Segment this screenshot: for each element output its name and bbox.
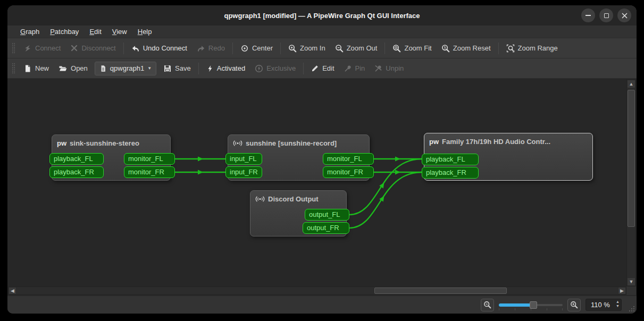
- scroll-up-button[interactable]: ▲: [627, 80, 635, 88]
- horizontal-scrollbar[interactable]: ◀ ▶: [8, 286, 626, 295]
- activated-button[interactable]: Activated: [202, 61, 250, 76]
- disconnect-icon: [70, 44, 78, 52]
- exclusive-button[interactable]: Exclusive: [250, 61, 300, 76]
- pin-button[interactable]: Pin: [339, 61, 370, 76]
- menu-help[interactable]: Help: [132, 27, 157, 37]
- graph-canvas[interactable]: pw sink-sunshine-stereo playback_FL play…: [7, 79, 637, 296]
- undo-connect-button[interactable]: Undo Connect: [127, 41, 192, 56]
- activated-label: Activated: [217, 64, 245, 72]
- zoom-slider-fill: [499, 303, 532, 307]
- disconnect-button[interactable]: Disconnect: [65, 41, 120, 56]
- connect-label: Connect: [35, 44, 61, 52]
- menu-view[interactable]: View: [107, 27, 132, 37]
- status-zoom-out-button[interactable]: [481, 299, 494, 311]
- zoom-reset-button[interactable]: Zoom Reset: [437, 41, 496, 56]
- redo-button[interactable]: Redo: [192, 41, 230, 56]
- unpin-button[interactable]: Unpin: [370, 61, 408, 76]
- port-input-fl[interactable]: input_FL: [225, 153, 262, 165]
- scroll-left-button[interactable]: ◀: [9, 287, 16, 294]
- center-icon: [240, 44, 249, 53]
- port-input-fr[interactable]: input_FR: [225, 166, 262, 178]
- new-label: New: [35, 64, 49, 72]
- minimize-icon: [586, 15, 591, 16]
- node-header: sunshine [sunshine-record]: [228, 135, 369, 147]
- stream-icon: [233, 139, 242, 147]
- scrollbar-corner: [626, 286, 636, 295]
- maximize-button[interactable]: [599, 9, 613, 22]
- new-button[interactable]: New: [19, 61, 54, 76]
- window-controls: [581, 9, 631, 22]
- resize-grip[interactable]: [628, 305, 635, 312]
- spin-down-icon[interactable]: ▼: [616, 304, 620, 308]
- port-monitor-fl[interactable]: monitor_FL: [124, 153, 175, 165]
- title-bar[interactable]: qpwgraph1 [modified] — A PipeWire Graph …: [7, 5, 637, 26]
- port-playback-fl[interactable]: playback_FL: [422, 154, 479, 165]
- menu-patchbay[interactable]: Patchbay: [45, 27, 84, 37]
- zoom-out-icon: [483, 301, 491, 309]
- port-monitor-fl[interactable]: monitor_FL: [323, 153, 374, 165]
- new-file-icon: [23, 64, 32, 73]
- toolbar-separator: [232, 43, 233, 54]
- menu-bar: Graph Patchbay Edit View Help: [7, 26, 637, 38]
- slider-tick: [562, 308, 563, 310]
- open-button[interactable]: Open: [54, 61, 93, 76]
- toolbar-patchbay: New Open qpwgraph1 ▼ Save Activated Excl…: [7, 58, 637, 79]
- zoom-fit-button[interactable]: Zoom Fit: [388, 41, 436, 56]
- spinbox-steppers[interactable]: ▲▼: [616, 300, 620, 308]
- port-output-fl[interactable]: output_FL: [305, 209, 349, 221]
- redo-label: Redo: [208, 44, 225, 52]
- zoom-slider[interactable]: [499, 300, 563, 310]
- zoom-out-button[interactable]: Zoom Out: [330, 41, 382, 56]
- unpin-icon: [374, 64, 382, 72]
- zoom-in-button[interactable]: Zoom In: [283, 41, 330, 56]
- zoom-out-icon: [335, 44, 344, 53]
- toolbar-drag-handle[interactable]: [12, 63, 15, 74]
- undo-label: Undo Connect: [143, 44, 187, 52]
- spin-up-icon[interactable]: ▲: [616, 300, 620, 303]
- zoom-percent-value: 110 %: [591, 301, 610, 309]
- save-button[interactable]: Save: [158, 61, 196, 76]
- port-playback-fl[interactable]: playback_FL: [49, 153, 104, 165]
- zoom-range-button[interactable]: Zoom Range: [501, 41, 563, 56]
- edit-pencil-icon: [311, 64, 319, 72]
- port-playback-fr[interactable]: playback_FR: [49, 166, 104, 178]
- patchbay-select[interactable]: qpwgraph1 ▼: [95, 62, 156, 75]
- pipewire-icon: pw: [57, 139, 66, 147]
- slider-tick: [547, 308, 547, 310]
- node-title: Family 17h/19h HD Audio Contr...: [442, 138, 550, 146]
- chevron-down-icon: ▼: [147, 66, 152, 71]
- menu-edit[interactable]: Edit: [84, 27, 106, 37]
- save-icon: [163, 64, 172, 73]
- horizontal-scrollbar-thumb[interactable]: [374, 288, 507, 294]
- toolbar-drag-handle[interactable]: [12, 43, 15, 54]
- status-zoom-in-button[interactable]: [567, 299, 581, 311]
- unpin-label: Unpin: [386, 64, 404, 72]
- vertical-scrollbar-thumb[interactable]: [628, 90, 635, 227]
- port-monitor-fr[interactable]: monitor_FR: [323, 166, 374, 178]
- zoom-in-icon: [570, 301, 578, 309]
- exclusive-icon: [255, 64, 263, 73]
- vertical-scrollbar[interactable]: ▲ ▼: [626, 79, 636, 286]
- zoom-percent-spinbox[interactable]: 110 % ▲▼: [586, 299, 622, 311]
- zoom-fit-label: Zoom Fit: [404, 44, 431, 52]
- connect-button[interactable]: Connect: [19, 41, 65, 56]
- stream-icon: [255, 195, 265, 203]
- zoom-range-label: Zoom Range: [518, 44, 558, 52]
- slider-tick: [499, 308, 499, 310]
- toolbar-separator: [280, 43, 281, 54]
- pipewire-icon: pw: [429, 138, 439, 146]
- center-button[interactable]: Center: [236, 41, 278, 56]
- scroll-down-button[interactable]: ▼: [627, 277, 635, 286]
- window-title: qpwgraph1 [modified] — A PipeWire Graph …: [224, 12, 420, 20]
- edit-button[interactable]: Edit: [306, 61, 339, 76]
- port-output-fr[interactable]: output_FR: [303, 222, 349, 234]
- menu-graph[interactable]: Graph: [15, 27, 45, 37]
- pin-label: Pin: [355, 64, 365, 72]
- minimize-button[interactable]: [581, 9, 595, 22]
- port-monitor-fr[interactable]: monitor_FR: [124, 166, 175, 178]
- close-button[interactable]: [617, 9, 631, 22]
- zoom-fit-icon: [392, 44, 401, 53]
- zoom-slider-handle[interactable]: [530, 301, 537, 309]
- port-playback-fr[interactable]: playback_FR: [422, 167, 479, 179]
- scroll-right-button[interactable]: ▶: [618, 287, 626, 294]
